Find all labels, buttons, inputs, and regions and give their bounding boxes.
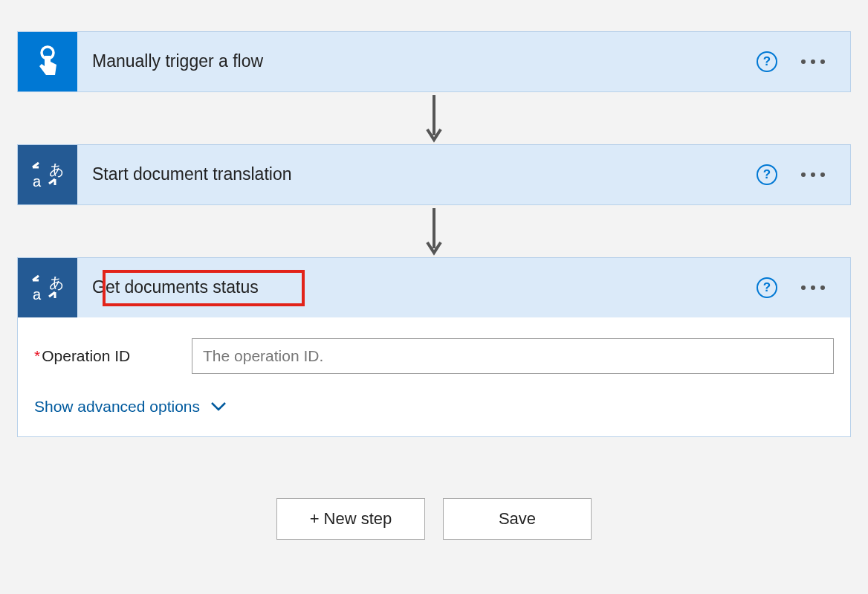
advanced-label: Show advanced options [34,398,200,416]
svg-text:a: a [33,286,42,303]
more-menu-icon[interactable] [798,168,828,181]
step-start-translation[interactable]: あ a Start document translation ? [17,144,851,205]
more-menu-icon[interactable] [798,281,828,294]
step-header[interactable]: あ a Start document translation ? [18,145,850,204]
svg-text:あ: あ [49,161,64,178]
step-title: Manually trigger a flow [92,51,263,72]
touch-icon [18,32,77,91]
step-trigger[interactable]: Manually trigger a flow ? [17,31,851,92]
step-title: Get documents status [92,277,259,298]
connector-arrow [423,92,445,144]
svg-text:あ: あ [49,274,64,291]
new-step-button[interactable]: + New step [276,498,425,540]
step-title: Start document translation [92,164,291,185]
save-button[interactable]: Save [443,498,592,540]
svg-text:a: a [33,173,42,190]
header-actions: ? [757,164,850,185]
step-header[interactable]: Manually trigger a flow ? [18,32,850,91]
help-icon[interactable]: ? [757,51,777,72]
show-advanced-link[interactable]: Show advanced options [34,398,227,416]
step-header[interactable]: あ a Get documents status ? [18,258,850,317]
action-bar: + New step Save [276,498,592,540]
header-actions: ? [757,51,850,72]
chevron-down-icon [210,398,227,416]
field-label: *Operation ID [34,347,192,365]
flow-canvas: Manually trigger a flow ? あ a Start docu… [0,0,868,555]
connector-arrow [423,205,445,257]
more-menu-icon[interactable] [798,55,828,68]
operation-id-input[interactable] [192,338,834,374]
header-actions: ? [757,277,850,298]
field-row-operation-id: *Operation ID [34,338,834,374]
step-get-status: あ a Get documents status ? *Operation ID… [17,257,851,437]
step-body: *Operation ID Show advanced options [18,317,850,436]
help-icon[interactable]: ? [757,164,777,185]
help-icon[interactable]: ? [757,277,777,298]
translate-icon: あ a [18,145,77,204]
translate-icon: あ a [18,258,77,317]
